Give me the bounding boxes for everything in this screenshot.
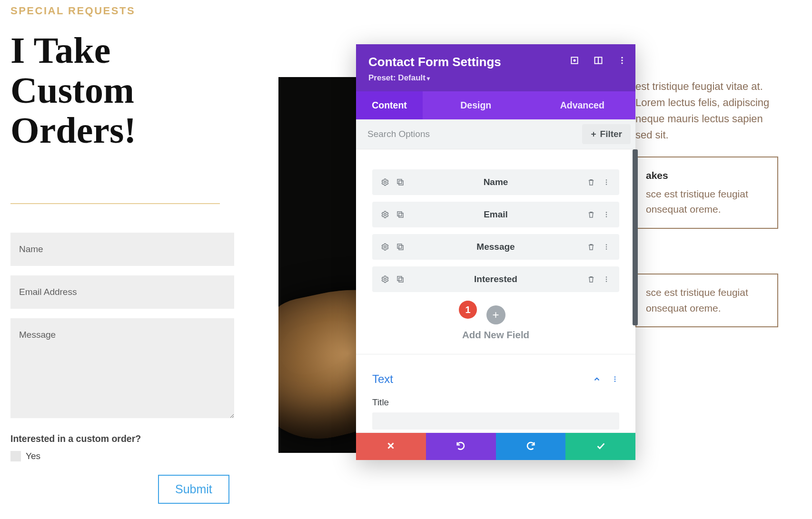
tab-advanced[interactable]: Advanced xyxy=(529,91,636,119)
trash-icon[interactable] xyxy=(587,210,595,219)
svg-point-4 xyxy=(621,57,623,59)
yes-checkbox[interactable] xyxy=(10,451,21,461)
plus-icon: + xyxy=(591,129,596,139)
svg-point-30 xyxy=(606,281,607,282)
svg-rect-8 xyxy=(399,181,403,185)
name-input[interactable] xyxy=(10,233,234,266)
scrollbar[interactable] xyxy=(633,149,638,325)
email-input[interactable] xyxy=(10,275,234,309)
field-label: Message xyxy=(405,242,587,252)
svg-point-19 xyxy=(384,246,386,248)
svg-point-31 xyxy=(614,376,616,378)
svg-rect-9 xyxy=(397,179,402,184)
annotation-badge-1: 1 xyxy=(459,301,477,319)
expand-icon[interactable] xyxy=(570,56,579,65)
more-icon[interactable] xyxy=(617,56,627,65)
outline-card-2[interactable]: sce est tristique feugiat onsequat oreme… xyxy=(635,274,778,327)
svg-point-12 xyxy=(606,184,607,185)
svg-point-25 xyxy=(384,278,386,281)
svg-point-17 xyxy=(606,214,607,215)
search-bar: + Filter xyxy=(356,119,635,149)
filter-button[interactable]: + Filter xyxy=(582,124,631,144)
text-section-toggle[interactable]: Text xyxy=(372,372,393,386)
svg-point-28 xyxy=(606,276,607,277)
modal-header[interactable]: Contact Form Settings Preset: Default xyxy=(356,44,635,91)
save-button[interactable] xyxy=(565,433,635,460)
preset-dropdown[interactable]: Preset: Default xyxy=(368,73,623,83)
right-intro-text: est tristique feugiat vitae at. Lorem le… xyxy=(635,78,778,143)
plus-icon: + xyxy=(492,308,499,322)
tab-design[interactable]: Design xyxy=(423,91,529,119)
svg-point-33 xyxy=(614,381,616,382)
svg-point-5 xyxy=(621,59,623,61)
duplicate-icon[interactable] xyxy=(396,275,405,284)
svg-rect-26 xyxy=(399,278,403,282)
add-field-label: Add New Field xyxy=(372,329,619,341)
more-icon[interactable] xyxy=(602,210,611,219)
submit-button[interactable]: Submit xyxy=(158,475,229,504)
svg-rect-20 xyxy=(399,245,403,250)
duplicate-icon[interactable] xyxy=(396,243,405,251)
title-input[interactable] xyxy=(372,412,619,430)
columns-icon[interactable] xyxy=(594,56,603,65)
close-icon xyxy=(386,441,396,453)
outline-card-1[interactable]: akes sce est tristique feugiat onsequat … xyxy=(635,157,778,229)
svg-rect-15 xyxy=(397,212,402,216)
contact-form: Interested in a custom order? Yes Submit xyxy=(10,233,234,504)
add-field-button[interactable]: + xyxy=(486,305,505,324)
check-icon xyxy=(595,441,606,453)
trash-icon[interactable] xyxy=(587,178,595,186)
gear-icon[interactable] xyxy=(381,210,389,219)
svg-point-22 xyxy=(606,244,607,245)
undo-button[interactable] xyxy=(426,433,496,460)
redo-button[interactable] xyxy=(496,433,566,460)
svg-point-6 xyxy=(621,62,623,64)
gold-divider xyxy=(10,203,220,204)
trash-icon[interactable] xyxy=(587,243,595,251)
field-row-message[interactable]: Message xyxy=(372,234,619,260)
svg-point-16 xyxy=(606,212,607,213)
svg-point-23 xyxy=(606,246,607,247)
gear-icon[interactable] xyxy=(381,243,389,251)
field-row-name[interactable]: Name xyxy=(372,169,619,195)
gear-icon[interactable] xyxy=(381,178,389,186)
duplicate-icon[interactable] xyxy=(396,178,405,186)
contact-form-settings-modal: Contact Form Settings Preset: Default Co… xyxy=(356,44,635,460)
redo-icon xyxy=(525,441,536,453)
field-row-email[interactable]: Email xyxy=(372,202,619,227)
page-headline: I Take Custom Orders! xyxy=(10,30,234,151)
yes-checkbox-label: Yes xyxy=(26,451,40,461)
trash-icon[interactable] xyxy=(587,275,595,284)
more-icon[interactable] xyxy=(611,375,619,383)
cancel-button[interactable] xyxy=(356,433,426,460)
more-icon[interactable] xyxy=(602,178,611,186)
card-1-body: sce est tristique feugiat onsequat oreme… xyxy=(646,186,768,217)
svg-rect-14 xyxy=(399,213,403,217)
field-label: Email xyxy=(405,209,587,220)
svg-point-24 xyxy=(606,248,607,249)
duplicate-icon[interactable] xyxy=(396,210,405,219)
eyebrow-label: SPECIAL REQUESTS xyxy=(10,5,234,17)
svg-point-29 xyxy=(606,279,607,280)
svg-point-11 xyxy=(606,182,607,183)
more-icon[interactable] xyxy=(602,275,611,284)
search-input[interactable] xyxy=(356,119,577,149)
field-label: Interested xyxy=(405,274,587,284)
filter-button-label: Filter xyxy=(600,129,622,139)
tab-content[interactable]: Content xyxy=(356,91,423,119)
field-label: Name xyxy=(405,177,587,187)
modal-footer xyxy=(356,432,635,460)
svg-point-13 xyxy=(384,214,386,216)
field-row-interested[interactable]: Interested xyxy=(372,266,619,292)
more-icon[interactable] xyxy=(602,243,611,251)
title-field-label: Title xyxy=(372,397,619,408)
chevron-up-icon[interactable] xyxy=(593,375,601,383)
svg-point-7 xyxy=(384,181,386,184)
undo-icon xyxy=(456,441,466,453)
interest-question-label: Interested in a custom order? xyxy=(10,433,234,444)
modal-tabs: Content Design Advanced xyxy=(356,91,635,119)
message-textarea[interactable] xyxy=(10,318,234,418)
card-2-body: sce est tristique feugiat onsequat oreme… xyxy=(646,285,768,316)
gear-icon[interactable] xyxy=(381,275,389,284)
card-1-title: akes xyxy=(646,168,768,184)
